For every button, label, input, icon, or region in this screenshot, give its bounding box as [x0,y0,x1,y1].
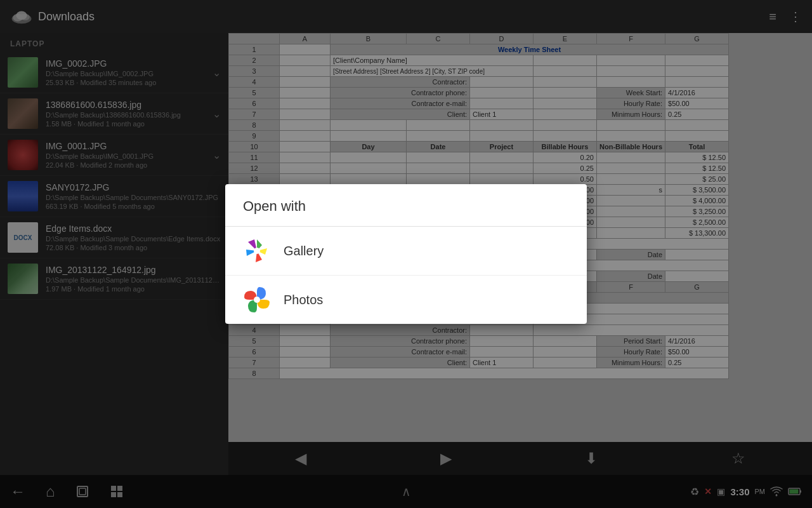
gallery-icon [243,237,271,265]
gallery-option[interactable]: Gallery [225,227,587,276]
photos-icon [243,286,271,314]
photos-label: Photos [284,293,323,307]
open-with-dialog: Open with Gallery [225,184,587,324]
photos-option[interactable]: Photos [225,276,587,324]
gallery-label: Gallery [284,244,324,258]
svg-point-9 [254,248,260,254]
svg-point-10 [254,297,260,303]
dialog-title: Open with [225,184,587,227]
gallery-icon-svg [243,237,271,265]
photos-icon-svg [243,286,271,314]
